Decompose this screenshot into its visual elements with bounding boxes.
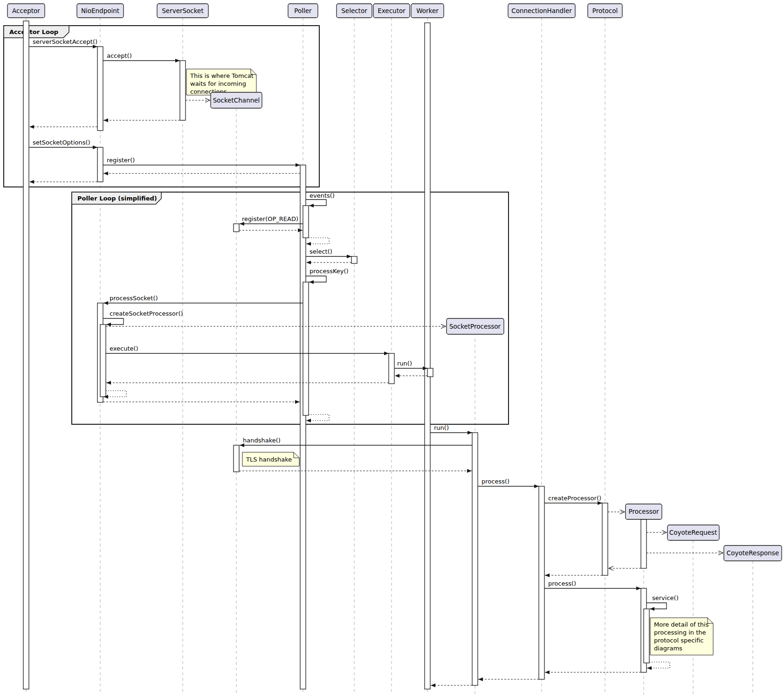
participant-protocol: Protocol [588,4,622,18]
activation-nioendpoint-createsp [100,324,106,397]
message-label-createprocessor: createProcessor() [548,495,601,502]
note-detail-line4: diagrams [654,645,682,652]
participant-socketchannel-label: SocketChannel [213,97,260,104]
activation-poller-events [303,206,309,238]
activation-socketprocessor [472,433,478,685]
note-accept-line2: waits for incoming [190,80,246,87]
participant-serversocket: ServerSocket [157,4,208,18]
message-label-register-op-read: register(OP_READ) [242,215,298,222]
participant-executor-label: Executor [378,7,406,14]
message-label-process-connection: process() [481,478,509,485]
message-label-process-protocol: process() [548,580,576,587]
activation-nioendpoint-accept [97,47,103,131]
activation-processor-create [641,519,646,568]
participant-socketchannel: SocketChannel [211,92,262,108]
participant-socketprocessor-label: SocketProcessor [449,323,501,330]
participant-processor: Processor [626,504,662,519]
participant-coyoterequest-label: CoyoteRequest [669,529,717,536]
message-label-handshake: handshake() [243,437,281,444]
participant-worker: Worker [411,4,444,18]
note-protocol-detail: More detail of this processing in the pr… [650,618,713,655]
activation-socketchannel-register [234,224,239,232]
note-tls-handshake: TLS handshake [242,452,299,466]
note-detail-line2: processing in the [654,629,706,636]
self-return-poller-events [306,238,329,244]
message-label-processsocket: processSocket() [110,295,158,302]
note-accept-line1: This is where Tomcat [190,72,254,79]
participant-acceptor: Acceptor [7,4,45,18]
note-accept: This is where Tomcat waits for incoming … [186,69,256,95]
message-label-processkey: processKey() [309,268,349,275]
activation-processor-service [644,609,649,663]
self-arrow-events [306,200,326,206]
frame-acceptor-loop: Acceptor Loop [4,26,319,187]
tomcat-nio-sequence-diagram: Acceptor Loop Poller Loop (simplified) s… [0,0,784,697]
message-label-run-socketprocessor: run() [434,424,449,431]
sequence-diagram-canvas: Acceptor Loop Poller Loop (simplified) s… [0,0,784,697]
self-return-poller-processkey [306,414,329,421]
frame-acceptor-loop-label: Acceptor Loop [9,28,58,35]
participant-nioendpoint: NioEndpoint [77,4,124,18]
participant-acceptor-label: Acceptor [12,7,40,14]
participant-executor: Executor [373,4,410,18]
self-arrow-createsocketprocessor [103,318,124,324]
activation-bars [23,21,649,689]
message-label-createsocketprocessor: createSocketProcessor() [110,310,183,317]
participant-headers: Acceptor NioEndpoint ServerSocket Poller… [7,4,622,18]
activation-connectionhandler [539,486,544,679]
self-return-nioendpoint [103,391,126,397]
activation-protocol [602,503,608,575]
participant-nioendpoint-label: NioEndpoint [81,7,119,14]
participant-protocol-label: Protocol [592,7,618,14]
activation-poller-processkey [303,282,309,415]
participant-coyoteresponse-label: CoyoteResponse [727,549,779,557]
message-label-service: service() [652,594,679,601]
participant-processor-label: Processor [628,508,659,515]
self-arrow-processkey [306,276,326,282]
message-label-select: select() [309,248,332,255]
activation-worker [425,23,430,689]
participant-worker-label: Worker [416,7,439,14]
participant-serversocket-label: ServerSocket [162,7,203,14]
note-detail-line3: protocol specific [654,637,703,644]
messages: serverSocketAccept() accept() setSocketO… [29,38,723,685]
activation-nioendpoint-options [97,147,103,182]
frame-poller-loop-label: Poller Loop (simplified) [77,195,157,202]
message-label-execute: execute() [110,345,138,352]
message-label-events: events() [309,192,335,199]
activation-executor [389,353,394,384]
participant-socketprocessor: SocketProcessor [447,318,504,334]
message-label-accept: accept() [107,52,132,59]
activation-acceptor [23,21,29,689]
message-label-setsocketoptions: setSocketOptions() [33,139,90,146]
participant-selector: Selector [337,4,372,18]
frame-poller-loop: Poller Loop (simplified) [72,192,509,424]
self-return-processor-service [647,662,670,668]
activation-serversocket [180,61,186,120]
participant-connectionhandler: ConnectionHandler [508,4,575,18]
note-detail-line1: More detail of this [654,621,709,628]
activation-socketchannel-handshake [234,445,239,472]
message-label-serversocketaccept: serverSocketAccept() [33,38,97,45]
message-label-register: register() [107,157,135,164]
participant-coyoterequest: CoyoteRequest [667,525,719,540]
activation-poller-main [300,165,306,689]
self-arrow-service [646,603,667,609]
participant-poller: Poller [288,4,318,18]
participant-coyoteresponse: CoyoteResponse [724,545,782,561]
participant-poller-label: Poller [294,7,312,14]
activation-selector [351,256,357,263]
note-tls-line1: TLS handshake [246,456,292,463]
participant-selector-label: Selector [341,7,367,14]
message-label-run-worker: run() [397,360,412,367]
activation-worker-run [427,368,433,377]
participant-connectionhandler-label: ConnectionHandler [511,7,572,14]
